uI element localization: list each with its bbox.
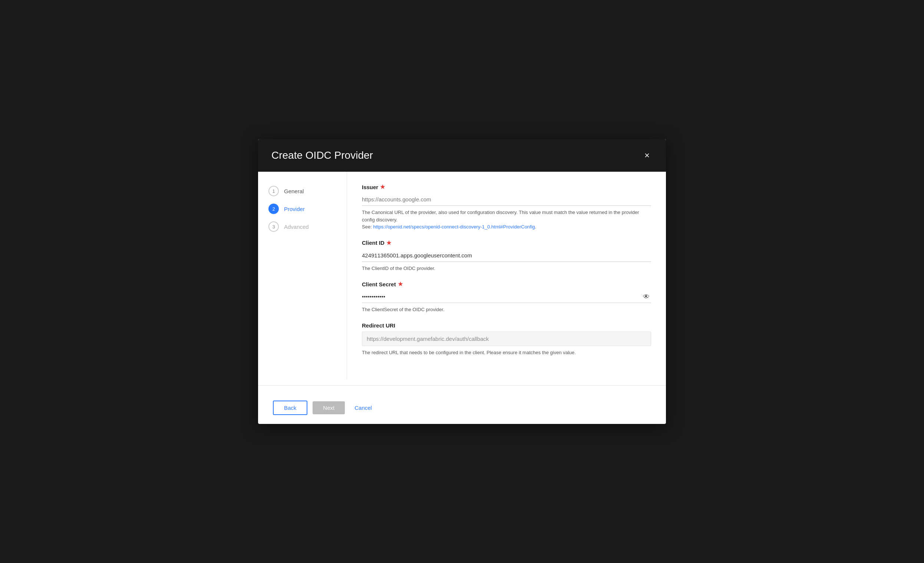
client-id-input[interactable] [362, 249, 651, 262]
sidebar-item-label-provider: Provider [284, 206, 305, 212]
step-number-3: 3 [268, 221, 279, 232]
sidebar-item-advanced[interactable]: 3 Advanced [258, 218, 346, 236]
sidebar-item-label-general: General [284, 188, 304, 194]
client-secret-description: The ClientSecret of the OIDC provider. [362, 306, 651, 314]
sidebar-item-label-advanced: Advanced [284, 224, 309, 230]
create-oidc-modal: Create OIDC Provider × 1 General 2 Provi… [258, 139, 666, 424]
issuer-input[interactable] [362, 193, 651, 206]
issuer-description: The Canonical URL of the provider, also … [362, 209, 651, 231]
issuer-field-group: Issuer ★ The Canonical URL of the provid… [362, 183, 651, 231]
sidebar-item-general[interactable]: 1 General [258, 182, 346, 200]
modal-body: 1 General 2 Provider 3 Advanced Issuer ★ [258, 172, 666, 380]
form-footer: Back Next Cancel [258, 395, 666, 424]
modal-title: Create OIDC Provider [272, 149, 373, 161]
client-id-field-group: Client ID ★ The ClientID of the OIDC pro… [362, 240, 651, 272]
redirect-uri-description: The redirect URL that needs to be config… [362, 349, 651, 356]
client-id-required: ★ [386, 240, 391, 246]
back-button[interactable]: Back [273, 401, 308, 415]
modal-header: Create OIDC Provider × [258, 139, 666, 172]
issuer-required: ★ [380, 183, 385, 190]
client-id-label: Client ID ★ [362, 240, 651, 246]
client-secret-input[interactable] [362, 290, 651, 303]
client-secret-field-group: Client Secret ★ 👁 The ClientSecret of th… [362, 281, 651, 314]
client-id-description: The ClientID of the OIDC provider. [362, 265, 651, 272]
toggle-secret-visibility-button[interactable]: 👁 [642, 291, 651, 302]
redirect-uri-field-group: Redirect URI The redirect URL that needs… [362, 322, 651, 356]
client-secret-required: ★ [398, 281, 403, 287]
step-number-2: 2 [268, 204, 279, 214]
next-button[interactable]: Next [313, 401, 345, 414]
issuer-link[interactable]: https://openid.net/specs/openid-connect-… [373, 224, 535, 230]
step-number-1: 1 [268, 186, 279, 196]
sidebar: 1 General 2 Provider 3 Advanced [258, 172, 347, 380]
redirect-uri-input [362, 332, 651, 346]
client-secret-label: Client Secret ★ [362, 281, 651, 287]
footer-divider [258, 385, 666, 386]
redirect-uri-label: Redirect URI [362, 322, 651, 329]
client-secret-wrapper: 👁 [362, 290, 651, 303]
sidebar-item-provider[interactable]: 2 Provider [258, 200, 346, 218]
close-button[interactable]: × [642, 149, 652, 161]
cancel-button[interactable]: Cancel [350, 401, 376, 414]
form-content: Issuer ★ The Canonical URL of the provid… [347, 172, 666, 380]
issuer-label: Issuer ★ [362, 183, 651, 190]
